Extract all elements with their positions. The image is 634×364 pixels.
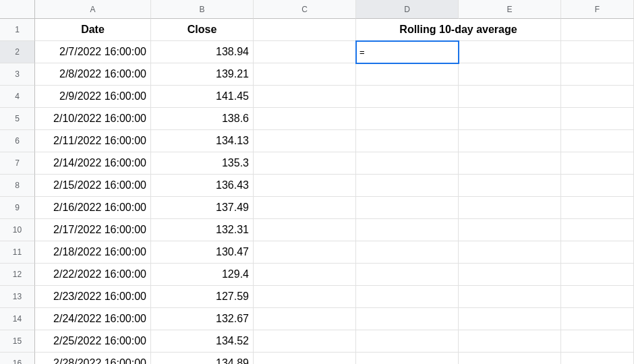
cell-A8[interactable]: 2/15/2022 16:00:00 [35,175,151,197]
row-header-7[interactable]: 7 [0,152,35,175]
cell-B5[interactable]: 138.6 [151,108,254,130]
row-header-2[interactable]: 2 [0,41,35,63]
cell-B7[interactable]: 135.3 [151,152,254,175]
cell-B11[interactable]: 130.47 [151,241,254,264]
cell-C6[interactable] [254,130,356,152]
cell-F3[interactable] [561,63,634,86]
cell-F9[interactable] [561,197,634,219]
col-header-D[interactable]: D [356,0,459,19]
cell-D5[interactable] [356,108,459,130]
cell-D3[interactable] [356,63,459,86]
row-header-4[interactable]: 4 [0,86,35,108]
cell-D2-active[interactable] [355,40,459,64]
cell-D1-E1-merged[interactable]: Rolling 10-day average [356,19,561,41]
cell-D7[interactable] [356,152,459,175]
cell-A1[interactable]: Date [35,19,151,41]
cell-E10[interactable] [459,219,561,241]
row-header-11[interactable]: 11 [0,241,35,264]
cell-D15[interactable] [356,330,459,353]
row-header-5[interactable]: 5 [0,108,35,130]
cell-F1[interactable] [561,19,634,41]
cell-E16[interactable] [459,353,561,364]
cell-A11[interactable]: 2/18/2022 16:00:00 [35,241,151,264]
row-header-9[interactable]: 9 [0,197,35,219]
cell-B9[interactable]: 137.49 [151,197,254,219]
cell-B2[interactable]: 138.94 [151,41,254,63]
cell-D8[interactable] [356,175,459,197]
col-header-F[interactable]: F [561,0,634,19]
row-header-10[interactable]: 10 [0,219,35,241]
cell-C16[interactable] [254,353,356,364]
cell-F2[interactable] [561,41,634,63]
cell-D6[interactable] [356,130,459,152]
cell-D14[interactable] [356,308,459,330]
cell-C1[interactable] [254,19,356,41]
cell-E8[interactable] [459,175,561,197]
cell-F12[interactable] [561,264,634,286]
cell-B8[interactable]: 136.43 [151,175,254,197]
cell-D4[interactable] [356,86,459,108]
cell-A15[interactable]: 2/25/2022 16:00:00 [35,330,151,353]
row-header-8[interactable]: 8 [0,175,35,197]
cell-F15[interactable] [561,330,634,353]
cell-D13[interactable] [356,286,459,308]
cell-B15[interactable]: 134.52 [151,330,254,353]
cell-C8[interactable] [254,175,356,197]
cell-C9[interactable] [254,197,356,219]
cell-E3[interactable] [459,63,561,86]
cell-E5[interactable] [459,108,561,130]
cell-E2[interactable] [459,41,561,63]
cell-C13[interactable] [254,286,356,308]
cell-A14[interactable]: 2/24/2022 16:00:00 [35,308,151,330]
row-header-16[interactable]: 16 [0,353,35,364]
row-header-13[interactable]: 13 [0,286,35,308]
select-all-corner[interactable] [0,0,35,19]
cell-E7[interactable] [459,152,561,175]
cell-C12[interactable] [254,264,356,286]
col-header-B[interactable]: B [151,0,254,19]
cell-F8[interactable] [561,175,634,197]
cell-D12[interactable] [356,264,459,286]
cell-A16[interactable]: 2/28/2022 16:00:00 [35,353,151,364]
col-header-E[interactable]: E [459,0,561,19]
cell-F14[interactable] [561,308,634,330]
cell-A5[interactable]: 2/10/2022 16:00:00 [35,108,151,130]
cell-E6[interactable] [459,130,561,152]
cell-D9[interactable] [356,197,459,219]
cell-F5[interactable] [561,108,634,130]
cell-A9[interactable]: 2/16/2022 16:00:00 [35,197,151,219]
cell-B14[interactable]: 132.67 [151,308,254,330]
col-header-A[interactable]: A [35,0,151,19]
cell-F6[interactable] [561,130,634,152]
row-header-12[interactable]: 12 [0,264,35,286]
cell-B4[interactable]: 141.45 [151,86,254,108]
cell-C3[interactable] [254,63,356,86]
cell-F16[interactable] [561,353,634,364]
cell-F10[interactable] [561,219,634,241]
cell-A10[interactable]: 2/17/2022 16:00:00 [35,219,151,241]
cell-C4[interactable] [254,86,356,108]
cell-D10[interactable] [356,219,459,241]
cell-C5[interactable] [254,108,356,130]
cell-A6[interactable]: 2/11/2022 16:00:00 [35,130,151,152]
cell-B10[interactable]: 132.31 [151,219,254,241]
cell-E13[interactable] [459,286,561,308]
cell-B1[interactable]: Close [151,19,254,41]
cell-F13[interactable] [561,286,634,308]
cell-D16[interactable] [356,353,459,364]
cell-E14[interactable] [459,308,561,330]
cell-B16[interactable]: 134.89 [151,353,254,364]
cell-C10[interactable] [254,219,356,241]
cell-E9[interactable] [459,197,561,219]
cell-A12[interactable]: 2/22/2022 16:00:00 [35,264,151,286]
row-header-1[interactable]: 1 [0,19,35,41]
cell-F7[interactable] [561,152,634,175]
cell-A2[interactable]: 2/7/2022 16:00:00 [35,41,151,63]
cell-F4[interactable] [561,86,634,108]
row-header-3[interactable]: 3 [0,63,35,86]
cell-E4[interactable] [459,86,561,108]
cell-B12[interactable]: 129.4 [151,264,254,286]
cell-A4[interactable]: 2/9/2022 16:00:00 [35,86,151,108]
row-header-15[interactable]: 15 [0,330,35,353]
col-header-C[interactable]: C [254,0,356,19]
